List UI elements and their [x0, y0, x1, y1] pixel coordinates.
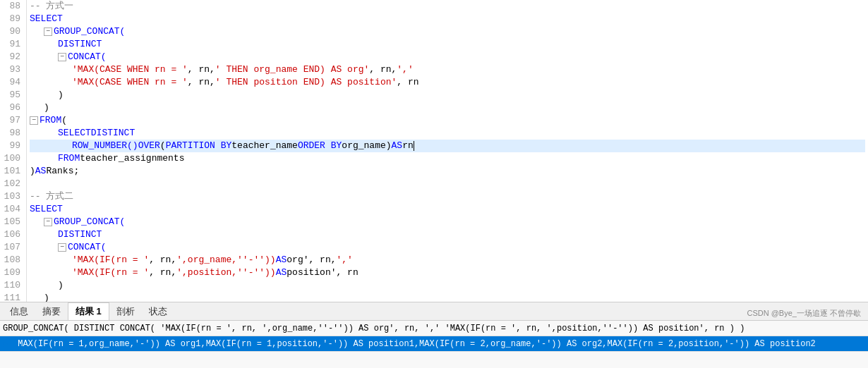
watermark: CSDN @Bye_一场追逐 不曾停歇 — [747, 308, 861, 319]
code-token: AS — [276, 254, 287, 266]
code-line[interactable]: ) — [30, 279, 865, 292]
tab-信息[interactable]: 信息 — [3, 303, 35, 320]
line-number: 106 — [3, 228, 20, 241]
code-token: FROM — [58, 152, 80, 165]
code-token: SELECT — [30, 203, 63, 216]
code-line[interactable]: SELECT DISTINCT — [30, 127, 865, 140]
fold-icon[interactable]: − — [58, 53, 66, 61]
line-number: 97 — [3, 114, 20, 127]
code-token: ) — [30, 165, 35, 178]
code-token: ',' — [337, 254, 353, 266]
fold-icon[interactable]: − — [30, 116, 38, 125]
fold-icon[interactable]: − — [58, 243, 66, 252]
line-number: 104 — [3, 203, 20, 216]
code-content[interactable]: -- 方式一SELECT−GROUP_CONCAT(DISTINCT−CONCA… — [27, 0, 868, 302]
code-token: AS — [35, 165, 47, 178]
code-token: FROM — [40, 114, 61, 127]
code-token: DISTINCT — [58, 38, 102, 51]
code-token: , rn, — [369, 63, 397, 76]
result-data: MAX(IF(rn = 1,org_name,'-')) AS org1,MAX… — [18, 339, 816, 349]
code-line[interactable]: -- 方式二 — [30, 190, 865, 203]
code-line[interactable]: 'MAX(IF(rn = ', rn, ',position,''-'')) A… — [30, 266, 865, 279]
line-number: 110 — [3, 279, 20, 292]
code-area: 8889909192939495969798991001011021031041… — [0, 0, 868, 302]
code-line[interactable]: ROW_NUMBER() OVER(PARTITION BY teacher_n… — [30, 140, 865, 152]
line-number: 94 — [3, 76, 20, 89]
code-token: ' THEN org_name END) AS org' — [215, 63, 369, 76]
code-editor: 8889909192939495969798991001011021031041… — [0, 0, 868, 368]
code-token: -- 方式一 — [30, 0, 73, 13]
code-token: , rn, — [149, 266, 176, 279]
code-line[interactable]: FROM teacher_assignments — [30, 152, 865, 165]
line-number: 95 — [3, 89, 20, 102]
line-number: 103 — [3, 190, 20, 203]
code-token: GROUP_CONCAT( — [54, 25, 125, 38]
code-token: ( — [160, 140, 166, 152]
code-token: org' — [287, 254, 308, 266]
line-number: 93 — [3, 63, 20, 76]
code-token: CONCAT( — [68, 241, 107, 254]
code-line[interactable]: −CONCAT( — [30, 241, 865, 254]
code-line[interactable]: SELECT — [30, 13, 865, 25]
code-line[interactable]: −FROM ( — [30, 114, 865, 127]
code-line[interactable]: 'MAX(CASE WHEN rn = ', rn, ' THEN org_na… — [30, 63, 865, 76]
fold-icon[interactable]: − — [44, 27, 52, 36]
code-line[interactable]: DISTINCT — [30, 228, 865, 241]
result-area: GROUP_CONCAT( DISTINCT CONCAT( 'MAX(IF(r… — [0, 320, 868, 368]
code-line[interactable]: SELECT — [30, 203, 865, 216]
tab-结果-1[interactable]: 结果 1 — [68, 302, 109, 320]
fold-icon[interactable]: − — [44, 218, 52, 226]
line-number: 102 — [3, 178, 20, 190]
code-token: , rn, — [309, 254, 337, 266]
code-line[interactable]: ) — [30, 102, 865, 114]
result-header-row: GROUP_CONCAT( DISTINCT CONCAT( 'MAX(IF(r… — [0, 321, 868, 336]
line-number: 99 — [3, 140, 20, 152]
code-line[interactable]: −GROUP_CONCAT( — [30, 216, 865, 228]
line-number: 88 — [3, 0, 20, 13]
code-token: SELECT — [58, 127, 91, 140]
code-token: ) — [44, 102, 49, 114]
code-line[interactable]: ) — [30, 292, 865, 302]
row-indicator: ▶ — [3, 336, 13, 352]
code-line[interactable]: ) — [30, 89, 865, 102]
result-data-row[interactable]: ▶ MAX(IF(rn = 1,org_name,'-')) AS org1,M… — [0, 336, 868, 352]
line-number: 108 — [3, 254, 20, 266]
code-line[interactable]: 'MAX(CASE WHEN rn = ', rn, ' THEN positi… — [30, 76, 865, 89]
code-token: ',position,''-'')) — [176, 266, 275, 279]
line-number: 98 — [3, 127, 20, 140]
code-token: GROUP_CONCAT( — [54, 216, 125, 228]
code-line[interactable]: −GROUP_CONCAT( — [30, 25, 865, 38]
code-token: , rn — [337, 266, 358, 279]
code-token: ORDER BY — [298, 140, 342, 152]
code-token: ',org_name,''-'')) — [176, 254, 275, 266]
code-token: org_name) — [342, 140, 391, 152]
code-token: ' THEN position END) AS position' — [215, 76, 397, 89]
tab-剖析[interactable]: 剖析 — [109, 303, 142, 320]
line-number: 92 — [3, 51, 20, 63]
code-token: -- 方式二 — [30, 190, 73, 203]
code-token: ',' — [397, 63, 413, 76]
code-token: DISTINCT — [91, 127, 135, 140]
code-line[interactable] — [30, 178, 865, 190]
code-line[interactable]: 'MAX(IF(rn = ', rn, ',org_name,''-'')) A… — [30, 254, 865, 266]
line-number: 89 — [3, 13, 20, 25]
tab-摘要[interactable]: 摘要 — [35, 303, 68, 320]
code-token: rn — [402, 140, 414, 152]
code-token: teacher_assignments — [80, 152, 184, 165]
code-line[interactable]: ) AS Ranks; — [30, 165, 865, 178]
line-number: 101 — [3, 165, 20, 178]
code-token: ( — [61, 114, 67, 127]
code-token: ) — [44, 292, 49, 302]
code-token: 'MAX(CASE WHEN rn = ' — [72, 76, 188, 89]
code-token: position' — [287, 266, 336, 279]
code-token: 'MAX(IF(rn = ' — [72, 254, 149, 266]
code-line[interactable]: DISTINCT — [30, 38, 865, 51]
code-token: PARTITION BY — [166, 140, 232, 152]
tab-状态[interactable]: 状态 — [142, 303, 174, 320]
line-number: 105 — [3, 216, 20, 228]
line-numbers: 8889909192939495969798991001011021031041… — [0, 0, 27, 302]
code-token: , rn, — [188, 63, 215, 76]
code-line[interactable]: −CONCAT( — [30, 51, 865, 63]
line-number: 111 — [3, 292, 20, 302]
code-line[interactable]: -- 方式一 — [30, 0, 865, 13]
